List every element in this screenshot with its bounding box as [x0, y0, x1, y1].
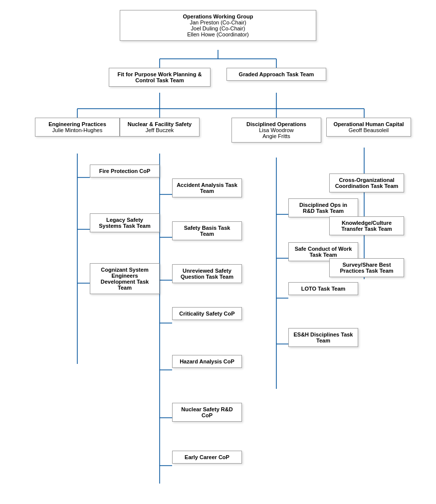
- disciplined-ops-box: Disciplined Operations Lisa Woodrow Angi…: [231, 118, 321, 143]
- safety-basis-box: Safety Basis Task Team: [172, 221, 242, 240]
- cross-org-box: Cross-Organizational Coordination Task T…: [329, 173, 404, 192]
- cognizant-system-title: Cognizant System Engineers Development T…: [94, 267, 155, 291]
- op-human-capital-sub: Geoff Beausoleil: [331, 127, 407, 133]
- loto-box: LOTO Task Team: [288, 282, 358, 295]
- early-career-box: Early Career CoP: [172, 451, 242, 464]
- esh-disciplines-title: ES&H Disciplines Task Team: [293, 332, 354, 343]
- accident-analysis-title: Accident Analysis Task Team: [177, 182, 237, 194]
- nuclear-facility-title: Nuclear & Facility Safety: [124, 121, 195, 127]
- nuclear-facility-sub: Jeff Buczek: [124, 127, 195, 133]
- op-human-capital-box: Operational Human Capital Geoff Beausole…: [326, 118, 411, 137]
- op-human-capital-title: Operational Human Capital: [331, 121, 407, 127]
- nuclear-facility-box: Nuclear & Facility Safety Jeff Buczek: [120, 118, 200, 137]
- early-career-title: Early Career CoP: [177, 454, 237, 460]
- eng-practices-box: Engineering Practices Julie Minton-Hughe…: [35, 118, 120, 137]
- criticality-safety-title: Criticality Safety CoP: [177, 311, 237, 317]
- graded-approach-title: Graded Approach Task Team: [231, 71, 322, 77]
- criticality-safety-box: Criticality Safety CoP: [172, 307, 242, 320]
- cross-org-title: Cross-Organizational Coordination Task T…: [334, 177, 400, 189]
- esh-disciplines-box: ES&H Disciplines Task Team: [288, 328, 358, 347]
- safety-basis-title: Safety Basis Task Team: [177, 225, 237, 237]
- fit-for-purpose-title: Fit for Purpose Work Planning & Control …: [113, 71, 206, 83]
- owg-box: Operations Working Group Jan Preston (Co…: [120, 10, 316, 41]
- legacy-safety-box: Legacy Safety Systems Task Team: [90, 213, 160, 232]
- survey-share-box: Survey/Share Best Practices Task Team: [329, 258, 404, 277]
- loto-title: LOTO Task Team: [293, 286, 354, 292]
- owg-title: Operations Working Group: [124, 13, 312, 19]
- accident-analysis-box: Accident Analysis Task Team: [172, 178, 242, 197]
- disciplined-ops-title: Disciplined Operations: [236, 121, 317, 127]
- fire-protection-title: Fire Protection CoP: [94, 168, 155, 174]
- eng-practices-sub: Julie Minton-Hughes: [39, 127, 115, 133]
- disciplined-ops-rd-box: Disciplined Ops in R&D Task Team: [288, 198, 358, 217]
- legacy-safety-title: Legacy Safety Systems Task Team: [94, 217, 155, 229]
- fire-protection-box: Fire Protection CoP: [90, 165, 160, 177]
- hazard-analysis-title: Hazard Analysis CoP: [177, 358, 237, 364]
- cognizant-system-box: Cognizant System Engineers Development T…: [90, 263, 160, 294]
- nuclear-safety-rd-box: Nuclear Safety R&D CoP: [172, 403, 242, 422]
- owg-line2: Joel Duling (Co-Chair): [124, 25, 312, 31]
- nuclear-safety-rd-title: Nuclear Safety R&D CoP: [177, 406, 237, 418]
- knowledge-culture-box: Knowledge/Culture Transfer Task Team: [329, 216, 404, 235]
- owg-line3: Ellen Howe (Coordinator): [124, 31, 312, 37]
- unreviewed-safety-box: Unreviewed Safety Question Task Team: [172, 264, 242, 283]
- disciplined-ops-sub2: Angie Fritts: [236, 133, 317, 139]
- hazard-analysis-box: Hazard Analysis CoP: [172, 355, 242, 368]
- survey-share-title: Survey/Share Best Practices Task Team: [334, 262, 400, 274]
- fit-for-purpose-box: Fit for Purpose Work Planning & Control …: [109, 68, 211, 87]
- owg-line1: Jan Preston (Co-Chair): [124, 19, 312, 25]
- disciplined-ops-sub1: Lisa Woodrow: [236, 127, 317, 133]
- safe-conduct-title: Safe Conduct of Work Task Team: [293, 246, 354, 258]
- knowledge-culture-title: Knowledge/Culture Transfer Task Team: [334, 220, 400, 232]
- disciplined-ops-rd-title: Disciplined Ops in R&D Task Team: [293, 202, 354, 214]
- eng-practices-title: Engineering Practices: [39, 121, 115, 127]
- org-chart: Operations Working Group Jan Preston (Co…: [0, 0, 436, 20]
- unreviewed-safety-title: Unreviewed Safety Question Task Team: [177, 268, 237, 280]
- graded-approach-box: Graded Approach Task Team: [226, 68, 326, 81]
